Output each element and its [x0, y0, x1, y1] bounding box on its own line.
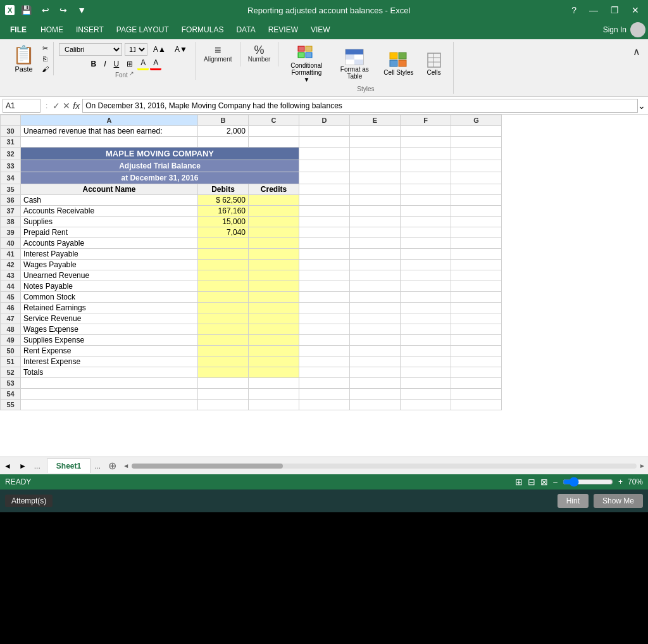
cell[interactable] — [401, 313, 451, 324]
cell-debit[interactable] — [198, 400, 249, 410]
save-button[interactable]: 💾 — [17, 4, 35, 16]
cell[interactable] — [401, 172, 451, 184]
cell[interactable] — [299, 367, 350, 378]
hint-button[interactable]: Hint — [558, 494, 589, 508]
cell-account[interactable]: Retained Earnings — [21, 303, 198, 313]
cell-account[interactable]: Wages Payable — [21, 260, 198, 270]
menu-page-layout[interactable]: PAGE LAYOUT — [110, 22, 175, 38]
cell-credit[interactable] — [249, 378, 299, 389]
cell[interactable] — [350, 292, 401, 303]
col-header-f[interactable]: F — [401, 115, 451, 126]
cell-account[interactable]: Common Stock — [21, 292, 198, 303]
cell-credits-header[interactable]: Credits — [249, 184, 299, 195]
cell-credit[interactable] — [249, 346, 299, 357]
cell[interactable] — [451, 346, 502, 357]
cell-debit[interactable]: 15,000 — [198, 217, 249, 227]
cell-account[interactable]: Service Revenue — [21, 313, 198, 324]
cell[interactable] — [401, 378, 451, 389]
cell[interactable] — [401, 195, 451, 206]
cell[interactable] — [451, 335, 502, 346]
merged-cell[interactable]: MAPLE MOVING COMPANY — [21, 148, 299, 160]
close-button[interactable]: ✕ — [628, 4, 643, 16]
normal-view-button[interactable]: ⊞ — [515, 477, 523, 487]
cell[interactable] — [401, 367, 451, 378]
cell[interactable] — [299, 148, 350, 160]
redo-button[interactable]: ↪ — [56, 4, 71, 16]
cell[interactable] — [299, 346, 350, 357]
cell[interactable] — [299, 335, 350, 346]
h-scroll-left[interactable]: ◄ — [123, 462, 129, 469]
cell-account[interactable]: Supplies — [21, 217, 198, 227]
cell-debit[interactable] — [198, 313, 249, 324]
cell[interactable] — [350, 160, 401, 172]
cell-credit[interactable] — [249, 292, 299, 303]
cell-credit[interactable] — [249, 238, 299, 249]
cell[interactable] — [350, 281, 401, 292]
cell-credit[interactable] — [249, 367, 299, 378]
cell[interactable] — [350, 249, 401, 260]
cell-credit[interactable] — [249, 126, 299, 137]
cell-credit[interactable] — [249, 137, 299, 148]
cell[interactable] — [451, 137, 502, 148]
cell-account[interactable]: Accounts Payable — [21, 238, 198, 249]
cell[interactable] — [350, 303, 401, 313]
zoom-minus[interactable]: – — [553, 477, 558, 486]
cell[interactable] — [299, 357, 350, 367]
cell[interactable] — [401, 281, 451, 292]
minimize-button[interactable]: — — [585, 4, 602, 16]
cell-credit[interactable] — [249, 249, 299, 260]
cell-credit[interactable] — [249, 260, 299, 270]
cell-debit[interactable] — [198, 389, 249, 400]
cell[interactable] — [350, 335, 401, 346]
cell[interactable] — [401, 217, 451, 227]
cell[interactable] — [299, 137, 350, 148]
cells-button[interactable]: Cells — [420, 50, 448, 77]
cell[interactable] — [401, 249, 451, 260]
conditional-formatting-button[interactable]: Conditional Formatting ▼ — [284, 43, 329, 84]
add-sheet-button[interactable]: ⊕ — [104, 458, 120, 473]
cell-account[interactable] — [21, 137, 198, 148]
cell[interactable] — [401, 346, 451, 357]
cell-debit[interactable] — [198, 270, 249, 281]
cell[interactable] — [299, 260, 350, 270]
cell[interactable] — [350, 126, 401, 137]
cell[interactable] — [401, 292, 451, 303]
fill-color-button[interactable]: A — [137, 57, 149, 70]
formula-input[interactable] — [82, 99, 638, 113]
cell-credit[interactable] — [249, 357, 299, 367]
cell[interactable] — [401, 160, 451, 172]
cell[interactable] — [451, 389, 502, 400]
cell-account[interactable]: Totals — [21, 367, 198, 378]
formula-expand-button[interactable]: ⌄ — [638, 101, 645, 111]
tab-prev-button[interactable]: ◄ — [0, 460, 15, 472]
format-as-table-button[interactable]: Format as Table — [332, 47, 377, 81]
cell-debit[interactable] — [198, 249, 249, 260]
cell[interactable] — [451, 126, 502, 137]
menu-review[interactable]: REVIEW — [262, 22, 304, 38]
cell[interactable] — [451, 184, 502, 195]
cell-debits-header[interactable]: Debits — [198, 184, 249, 195]
cell[interactable] — [451, 160, 502, 172]
cell-debit[interactable] — [198, 357, 249, 367]
h-scroll-right[interactable]: ► — [639, 462, 645, 469]
cell[interactable] — [350, 313, 401, 324]
cell-debit[interactable] — [198, 238, 249, 249]
menu-file[interactable]: FILE — [3, 22, 34, 38]
cell-account[interactable] — [21, 389, 198, 400]
cell[interactable] — [299, 184, 350, 195]
cell-account[interactable]: Accounts Receivable — [21, 206, 198, 217]
tab-next-button[interactable]: ► — [15, 460, 30, 472]
cell-account-name[interactable]: Account Name — [21, 184, 198, 195]
cell-account[interactable]: Rent Expense — [21, 346, 198, 357]
cell[interactable] — [401, 137, 451, 148]
cell-account[interactable]: Unearned revenue that has been earned: — [21, 126, 198, 137]
cell-debit[interactable] — [198, 335, 249, 346]
zoom-plus[interactable]: + — [618, 477, 623, 486]
menu-formulas[interactable]: FORMULAS — [175, 22, 230, 38]
cell[interactable] — [299, 195, 350, 206]
cell[interactable] — [299, 126, 350, 137]
cell-debit[interactable] — [198, 324, 249, 335]
cell[interactable] — [401, 400, 451, 410]
undo-button[interactable]: ↩ — [38, 4, 53, 16]
cell[interactable] — [401, 389, 451, 400]
